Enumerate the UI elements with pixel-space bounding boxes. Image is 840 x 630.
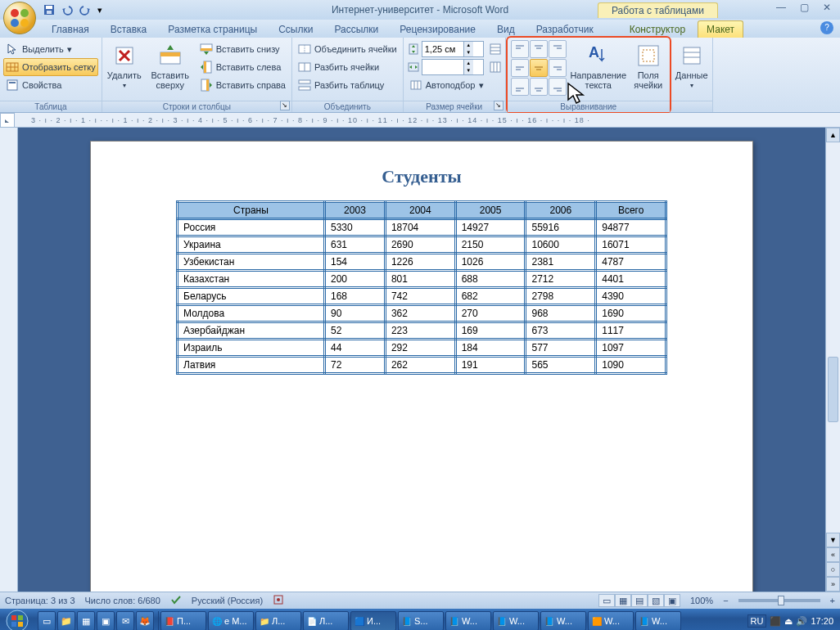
table-cell[interactable]: 191 (455, 357, 526, 374)
tab-review[interactable]: Рецензирование (391, 20, 485, 38)
table-cell[interactable]: 577 (526, 340, 596, 357)
tray-safely-remove-icon[interactable]: ⏏ (784, 616, 793, 627)
table-cell[interactable]: 1090 (596, 357, 666, 374)
browse-object-icon[interactable]: ○ (826, 562, 840, 577)
align-top-center[interactable] (530, 40, 548, 58)
table-cell[interactable]: 801 (385, 271, 455, 288)
table-cell[interactable]: 5330 (325, 219, 386, 236)
taskbar-button[interactable]: 📘W... (445, 611, 491, 630)
table-cell[interactable]: 270 (455, 305, 526, 322)
table-cell[interactable]: 52 (325, 322, 386, 340)
office-button[interactable] (3, 2, 36, 34)
taskbar-button[interactable]: 🌐e M... (208, 611, 254, 630)
row-height-spinbox[interactable]: ▲▼ (422, 41, 484, 57)
tab-view[interactable]: Вид (488, 20, 524, 38)
insert-below-button[interactable]: Вставить снизу (197, 40, 288, 58)
table-header[interactable]: Всего (596, 202, 666, 219)
table-cell[interactable]: 1690 (596, 305, 666, 322)
zoom-out-button[interactable]: − (723, 596, 728, 605)
tab-developer[interactable]: Разработчик (527, 20, 603, 38)
table-row[interactable]: Казахстан20080168827124401 (178, 271, 666, 288)
students-table[interactable]: Страны2003200420052006Всего Россия533018… (176, 200, 667, 375)
start-button[interactable] (2, 609, 33, 630)
align-bot-left[interactable] (511, 78, 529, 96)
next-page-icon[interactable]: » (826, 577, 840, 592)
table-cell[interactable]: 2690 (385, 236, 455, 254)
table-cell[interactable]: Украина (178, 236, 325, 254)
table-cell[interactable]: Молдова (178, 305, 325, 322)
table-cell[interactable]: 262 (385, 357, 455, 374)
tab-selector[interactable] (0, 113, 15, 128)
table-cell[interactable]: 44 (325, 340, 386, 357)
table-header[interactable]: 2005 (455, 202, 526, 219)
taskbar-button[interactable]: 📕П... (160, 611, 206, 630)
view-gridlines-button[interactable]: Отобразить сетку (3, 58, 98, 76)
taskbar-button[interactable]: 📘W... (635, 611, 681, 630)
table-cell[interactable]: Латвия (178, 357, 325, 374)
table-cell[interactable]: 362 (385, 305, 455, 322)
table-cell[interactable]: Россия (178, 219, 325, 236)
restore-button[interactable]: ▢ (794, 0, 814, 15)
table-cell[interactable]: 4787 (596, 254, 666, 271)
text-direction-button[interactable]: AНаправление текста (570, 40, 627, 92)
tray-clock[interactable]: 17:20 (811, 616, 833, 626)
table-cell[interactable]: Узбекистан (178, 254, 325, 271)
table-row[interactable]: Молдова903622709681690 (178, 305, 666, 322)
redo-icon[interactable] (77, 2, 93, 18)
distribute-rows-icon[interactable] (489, 43, 502, 56)
table-cell[interactable]: 292 (385, 340, 455, 357)
vertical-scrollbar[interactable]: ▲ ▼ « ○ » (825, 128, 840, 592)
table-header[interactable]: 2004 (385, 202, 455, 219)
tab-home[interactable]: Главная (43, 20, 98, 38)
table-row[interactable]: Израиль442921845771097 (178, 340, 666, 357)
table-cell[interactable]: 55916 (526, 219, 596, 236)
minimize-button[interactable]: — (771, 0, 791, 15)
taskbar-button[interactable]: 📘W... (493, 611, 539, 630)
table-cell[interactable]: 200 (325, 271, 386, 288)
status-words[interactable]: Число слов: 6/680 (85, 596, 160, 605)
table-cell[interactable]: 90 (325, 305, 386, 322)
table-cell[interactable]: 1097 (596, 340, 666, 357)
ql-switch-icon[interactable]: ▦ (77, 611, 95, 630)
table-cell[interactable]: 16071 (596, 236, 666, 254)
tray-network-icon[interactable]: ⬛ (770, 616, 781, 627)
align-mid-right[interactable] (549, 59, 567, 77)
table-cell[interactable]: 14927 (455, 219, 526, 236)
table-row[interactable]: Беларусь16874268227984390 (178, 288, 666, 305)
table-row[interactable]: Латвия722621915651090 (178, 357, 666, 374)
table-cell[interactable]: 1226 (385, 254, 455, 271)
table-cell[interactable]: 682 (455, 288, 526, 305)
table-cell[interactable]: 72 (325, 357, 386, 374)
table-cell[interactable]: 184 (455, 340, 526, 357)
taskbar-button[interactable]: 🟦И... (350, 611, 396, 630)
tray-volume-icon[interactable]: 🔊 (796, 616, 807, 627)
ql-desktop-icon[interactable]: ▭ (38, 611, 56, 630)
cell-margins-button[interactable]: Поля ячейки (630, 40, 666, 92)
table-cell[interactable]: 2798 (526, 288, 596, 305)
taskbar-button[interactable]: 📘S... (398, 611, 444, 630)
undo-icon[interactable] (59, 2, 75, 18)
autofit-button[interactable]: Автоподбор ▾ (407, 76, 502, 94)
table-cell[interactable]: 223 (385, 322, 455, 340)
table-cell[interactable]: 565 (526, 357, 596, 374)
vertical-ruler[interactable] (0, 128, 18, 592)
table-cell[interactable]: 631 (325, 236, 386, 254)
table-cell[interactable]: Израиль (178, 340, 325, 357)
view-buttons[interactable]: ▭▦▤▧▣ (598, 594, 680, 607)
table-cell[interactable]: Азербайджан (178, 322, 325, 340)
status-macro-icon[interactable] (273, 594, 284, 607)
table-cell[interactable]: 169 (455, 322, 526, 340)
tab-layout[interactable]: Макет (698, 20, 743, 38)
table-cell[interactable]: 1117 (596, 322, 666, 340)
table-cell[interactable]: 688 (455, 271, 526, 288)
align-top-right[interactable] (549, 40, 567, 58)
taskbar-button[interactable]: 🟧W... (588, 611, 634, 630)
tab-references[interactable]: Ссылки (269, 20, 322, 38)
table-cell[interactable]: 168 (325, 288, 386, 305)
insert-left-button[interactable]: Вставить слева (197, 58, 288, 76)
table-row[interactable]: Россия533018704149275591694877 (178, 219, 666, 236)
table-cell[interactable]: 4390 (596, 288, 666, 305)
tab-design[interactable]: Конструктор (621, 20, 694, 38)
tab-insert[interactable]: Вставка (102, 20, 156, 38)
col-width-spinbox[interactable]: ▲▼ (422, 59, 484, 75)
